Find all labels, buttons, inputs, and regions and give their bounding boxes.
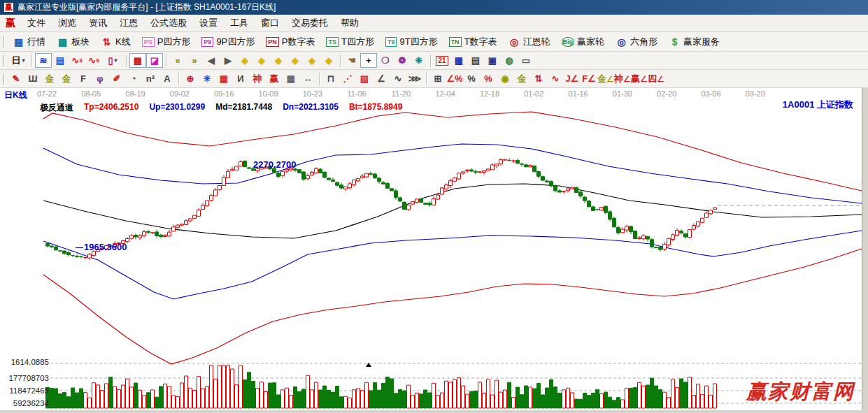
notes-button[interactable]: ▤: [467, 53, 484, 68]
workstation-button[interactable]: ▭: [518, 53, 534, 68]
gold-circle-button[interactable]: ◉: [497, 71, 513, 86]
pen-measure-button[interactable]: ⇅: [530, 71, 547, 86]
golden-spiral-button[interactable]: φ: [92, 71, 108, 86]
ying-tool-button[interactable]: 赢: [266, 71, 283, 86]
shift-right-button[interactable]: ◈: [253, 53, 270, 68]
percent-button[interactable]: %: [463, 71, 480, 86]
grid-123-button[interactable]: ▦: [283, 71, 299, 86]
fan-box-button[interactable]: ▧: [356, 71, 373, 86]
expand-all-button[interactable]: ◈: [304, 53, 320, 68]
profile-chart-button[interactable]: ◪: [146, 53, 163, 68]
compress-horizontal-button[interactable]: ◈: [287, 53, 304, 68]
gold-gauge-button[interactable]: 金: [41, 71, 58, 86]
mind-tool-button[interactable]: ❈: [411, 53, 427, 68]
t-number-table-button[interactable]: TNT数字表: [444, 34, 502, 50]
ying-angle-button[interactable]: 赢∠: [631, 71, 648, 86]
menu-news[interactable]: 资讯: [83, 15, 113, 31]
t9-square-button[interactable]: T99T四方形: [380, 34, 443, 50]
h-span-arrow-button[interactable]: ↔: [299, 71, 316, 86]
tick-ruler-button[interactable]: Ш: [24, 71, 41, 86]
save-button[interactable]: ▣: [484, 53, 501, 68]
menu-browse[interactable]: 浏览: [52, 15, 83, 31]
hexagon-button[interactable]: ◎六角形: [611, 34, 662, 50]
menu-settings[interactable]: 设置: [193, 15, 224, 31]
pattern-wave-icon: ≋: [40, 55, 48, 66]
gann-wheel-button[interactable]: ◎江恩轮: [504, 34, 555, 50]
wave-9-button[interactable]: ∿9: [85, 53, 102, 68]
p-number-table-button[interactable]: PNP数字表: [261, 34, 320, 50]
percent-lines-button[interactable]: %: [480, 71, 497, 86]
winner-service-button[interactable]: $赢家服务: [664, 34, 725, 50]
shift-left-button[interactable]: ◈: [236, 53, 253, 68]
gann-fan-star-button[interactable]: ✳: [199, 71, 215, 86]
period-day-button[interactable]: 日: [8, 53, 29, 68]
menu-file[interactable]: 文件: [21, 15, 52, 31]
gann-grid-button[interactable]: ▦: [215, 71, 232, 86]
zoom-tool-button[interactable]: ❍: [377, 53, 394, 68]
calendar-button[interactable]: 21: [434, 53, 450, 68]
step-forward-button[interactable]: ▶: [220, 53, 236, 68]
toolbar-label: 9P四方形: [216, 36, 255, 48]
menu-tools[interactable]: 工具: [224, 15, 255, 31]
kline-button[interactable]: ⇅K线: [96, 34, 136, 50]
shen-tool-button[interactable]: 神: [249, 71, 266, 86]
t-square-button[interactable]: TST四方形: [321, 34, 378, 50]
si-angle-button[interactable]: 四∠: [648, 71, 664, 86]
p-square-button[interactable]: PSP四方形: [137, 34, 196, 50]
expand-horizontal-button[interactable]: ◈: [270, 53, 287, 68]
f-ruler-button[interactable]: F: [75, 71, 92, 86]
wave-line-button[interactable]: ∿: [390, 71, 406, 86]
toolbar-grip[interactable]: [3, 36, 5, 48]
measure-bars-button[interactable]: ⊞: [429, 71, 446, 86]
wave-marks-button[interactable]: И: [232, 71, 249, 86]
fit-screen-button[interactable]: ◈: [320, 53, 337, 68]
candlestick-chart-canvas[interactable]: [0, 88, 862, 410]
toolbar-grip[interactable]: [3, 55, 5, 66]
pattern-map-button[interactable]: ▩: [129, 53, 146, 68]
slash-lines-button[interactable]: ⋙: [406, 71, 423, 86]
gold-lines-button[interactable]: 金: [513, 71, 530, 86]
info-panel-button[interactable]: ▤: [52, 53, 69, 68]
p9-square-button[interactable]: P99P四方形: [197, 34, 259, 50]
target-cross-button[interactable]: ⊕: [182, 71, 199, 86]
goto-last-button[interactable]: »: [186, 53, 203, 68]
symbol-label: 1A0001 上证指数: [783, 99, 853, 111]
pattern-wave-button[interactable]: ≋: [35, 53, 52, 68]
candle-type-button[interactable]: ▯: [102, 53, 123, 68]
a-angle-button[interactable]: A: [159, 71, 176, 86]
angle-line-button[interactable]: ∠: [373, 71, 390, 86]
goto-first-button[interactable]: «: [169, 53, 186, 68]
toolbar-label: K线: [115, 36, 131, 48]
f-angle-button[interactable]: F∠: [581, 71, 597, 86]
menu-formula-stock-pick[interactable]: 公式选股: [144, 15, 193, 31]
flower-tool-button[interactable]: ❁: [394, 53, 411, 68]
step-back-button[interactable]: ◀: [203, 53, 220, 68]
crosshair-tool-button[interactable]: +: [360, 53, 377, 68]
n-square-button[interactable]: n²: [142, 71, 159, 86]
sectors-button[interactable]: ▩板块: [52, 34, 94, 50]
time-cycle-button[interactable]: ◔: [125, 71, 142, 86]
red-brush-button[interactable]: ✐: [108, 71, 125, 86]
quotes-button[interactable]: ▦行情: [8, 34, 50, 50]
gold-gauge-2-button[interactable]: 金: [58, 71, 75, 86]
draw-pen-button[interactable]: ✎: [8, 71, 24, 86]
gold-angle-button[interactable]: 金∠: [597, 71, 614, 86]
wave-red-button[interactable]: ∿: [547, 71, 564, 86]
wave-3-button[interactable]: ∿3: [69, 53, 85, 68]
hand-tool-button[interactable]: ☚: [343, 53, 360, 68]
toolbar-grip[interactable]: [3, 73, 5, 85]
channel-line-mid-black: [43, 184, 862, 238]
network-button[interactable]: ◍: [501, 53, 518, 68]
menu-gann[interactable]: 江恩: [113, 15, 144, 31]
j-angle-button[interactable]: J∠: [564, 71, 581, 86]
shen-angle-button[interactable]: 神∠: [614, 71, 631, 86]
menu-help[interactable]: 帮助: [334, 15, 365, 31]
fan-lines-button[interactable]: ⋰: [339, 71, 356, 86]
frame-tool-button[interactable]: ⊓: [322, 71, 339, 86]
date-tick: 08-05: [76, 89, 106, 98]
menu-window[interactable]: 窗口: [255, 15, 285, 31]
angle-percent-button[interactable]: ∠%: [446, 71, 463, 86]
calculator-button[interactable]: ▦: [450, 53, 467, 68]
menu-trade-entrust[interactable]: 交易委托: [285, 15, 334, 31]
winner-wheel-button[interactable]: Big赢家轮: [557, 34, 610, 50]
